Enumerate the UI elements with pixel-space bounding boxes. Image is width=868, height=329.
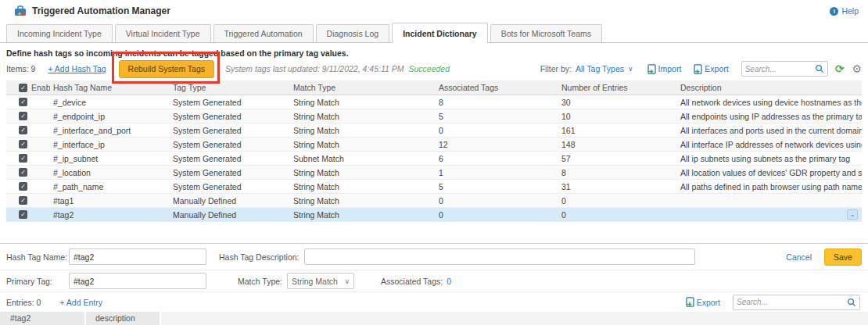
match-type-label: Match Type: xyxy=(238,277,282,286)
entries-table-header: #tag2description xyxy=(0,312,868,325)
match-type-cell: String Match xyxy=(290,210,436,220)
row-checkbox[interactable] xyxy=(19,210,27,219)
import-button[interactable]: Import xyxy=(647,64,682,74)
table-row[interactable]: #_endpoint_ipSystem GeneratedString Matc… xyxy=(6,109,862,123)
match-type-value: String Match xyxy=(292,277,338,286)
export-label: Export xyxy=(705,64,728,73)
table-row[interactable]: #_interface_ipSystem GeneratedString Mat… xyxy=(6,138,862,152)
last-updated-text: System tags last updated: 9/11/2022, 4:4… xyxy=(225,64,404,73)
refresh-icon[interactable]: ⟳ xyxy=(835,63,845,75)
row-checkbox[interactable] xyxy=(19,112,27,120)
import-icon xyxy=(647,64,656,74)
export-button[interactable]: Export xyxy=(694,64,728,74)
header-cell: Match Type xyxy=(290,83,436,92)
tag-type-cell: System Generated xyxy=(170,168,290,177)
entries-cell: 0 xyxy=(558,210,677,220)
table-row[interactable]: #_ip_subnetSystem GeneratedSubnet Match6… xyxy=(6,152,862,166)
add-hash-tag-link[interactable]: + Add Hash Tag xyxy=(48,64,106,73)
search-icon[interactable] xyxy=(815,64,824,73)
associated-tags-label: Associated Tags: xyxy=(381,277,443,286)
row-checkbox[interactable] xyxy=(19,154,27,163)
entries-cell: 31 xyxy=(558,182,677,191)
row-checkbox[interactable] xyxy=(19,168,27,177)
row-checkbox[interactable] xyxy=(19,140,27,148)
status-succeeded: Succeeded xyxy=(408,64,450,73)
entries-search-input[interactable] xyxy=(737,298,847,306)
hash-tag-edit-form: Hash Tag Name: Hash Tag Description: Can… xyxy=(0,243,868,325)
tag-type-cell: System Generated xyxy=(170,126,290,135)
table-search-input[interactable] xyxy=(745,65,815,73)
match-type-select[interactable]: String Match ∨ xyxy=(287,273,354,289)
hash-tag-name-cell: #_location xyxy=(50,168,170,177)
hash-tag-name-cell: #_interface_ip xyxy=(50,140,170,149)
rebuild-system-tags-button[interactable]: Rebuild System Tags xyxy=(119,60,214,78)
triggered-automation-manager-window: Triggered Automation Manager i Help Inco… xyxy=(0,0,868,329)
entries-cell: 57 xyxy=(558,154,677,163)
add-entry-link[interactable]: + Add Entry xyxy=(59,298,102,307)
hash-tag-name-cell: #_ip_subnet xyxy=(50,154,170,163)
tag-type-cell: Manually Defined xyxy=(170,210,290,220)
header-label: Enabled xyxy=(31,83,50,92)
hash-tag-name-cell: #tag2 xyxy=(50,210,170,220)
entries-cell: 30 xyxy=(558,98,677,107)
description-cell: All interface IP addresses of network de… xyxy=(677,140,862,149)
header-cell: Hash Tag Name xyxy=(50,83,170,92)
tab-diagnosis-log[interactable]: Diagnosis Log xyxy=(316,24,390,42)
row-checkbox[interactable] xyxy=(19,98,27,106)
associated-tags-count[interactable]: 0 xyxy=(447,277,451,286)
enabled-cell xyxy=(6,98,50,106)
help-label: Help xyxy=(841,6,859,16)
row-checkbox[interactable] xyxy=(19,126,27,134)
hash-tag-description-label: Hash Tag Description: xyxy=(219,252,299,262)
export-icon xyxy=(694,64,702,74)
entries-cell: 0 xyxy=(558,196,677,206)
match-type-cell: String Match xyxy=(290,98,436,107)
search-icon[interactable] xyxy=(847,298,856,307)
gear-icon[interactable]: ⚙ xyxy=(852,63,862,75)
match-type-cell: Subnet Match xyxy=(290,154,436,163)
row-expand-chevron-icon[interactable]: ⌄ xyxy=(847,209,858,220)
row-checkbox[interactable] xyxy=(19,182,27,191)
intro-text: Define hash tags so incoming incidents c… xyxy=(6,48,862,59)
tab-incident-dictionary[interactable]: Incident Dictionary xyxy=(392,23,488,43)
match-type-cell: String Match xyxy=(290,112,436,121)
primary-tag-input[interactable] xyxy=(69,273,206,289)
enabled-cell xyxy=(6,112,50,120)
description-cell: All paths defined in path browser using … xyxy=(677,182,862,191)
associated-tags-cell: 12 xyxy=(436,140,558,149)
enabled-cell xyxy=(6,168,50,177)
header-cell: Tag Type xyxy=(170,83,290,92)
table-row[interactable]: #_deviceSystem GeneratedString Match830A… xyxy=(6,95,862,109)
tab-virtual-incident-type[interactable]: Virtual Incident Type xyxy=(115,24,211,42)
match-type-cell: String Match xyxy=(290,196,436,206)
tag-type-filter-dropdown[interactable]: All Tag Types xyxy=(576,64,624,73)
entries-export-button[interactable]: Export xyxy=(686,297,720,307)
table-row[interactable]: #_path_nameSystem GeneratedString Match5… xyxy=(6,180,862,194)
chevron-down-icon: ∨ xyxy=(344,277,350,285)
table-row[interactable]: #tag1Manually DefinedString Match00 xyxy=(6,194,862,208)
select-all-checkbox[interactable] xyxy=(19,84,27,92)
tag-type-cell: System Generated xyxy=(170,140,290,149)
description-cell: All network devices using device hostnam… xyxy=(677,98,862,107)
header-cell: Associated Tags xyxy=(436,83,558,92)
table-row[interactable]: #_locationSystem GeneratedString Match18… xyxy=(6,166,862,180)
entries-count-label: Entries: 0 xyxy=(6,298,41,307)
description-cell: All location values of devices' GDR prop… xyxy=(677,168,862,177)
tab-triggered-automation[interactable]: Triggered Automation xyxy=(213,24,314,42)
table-row[interactable]: #_interface_and_portSystem GeneratedStri… xyxy=(6,123,862,138)
enabled-cell xyxy=(6,196,50,205)
hash-tag-name-input[interactable] xyxy=(69,249,206,265)
tab-bots-for-microsoft-teams[interactable]: Bots for Microsoft Teams xyxy=(490,24,602,42)
save-button[interactable]: Save xyxy=(824,249,862,266)
hash-tag-description-input[interactable] xyxy=(304,249,695,265)
info-icon: i xyxy=(830,7,838,16)
associated-tags-cell: 0 xyxy=(436,126,558,135)
chevron-down-icon[interactable]: ∨ xyxy=(628,65,633,73)
row-checkbox[interactable] xyxy=(19,196,27,205)
tab-incoming-incident-type[interactable]: Incoming Incident Type xyxy=(6,24,113,42)
table-row[interactable]: #tag2Manually DefinedString Match00⌄ xyxy=(6,208,862,222)
header-cell: Number of Entries xyxy=(558,83,677,92)
hash-tag-table: EnabledHash Tag NameTag TypeMatch TypeAs… xyxy=(6,80,862,222)
cancel-button[interactable]: Cancel xyxy=(786,252,812,262)
help-link[interactable]: i Help xyxy=(830,6,859,16)
